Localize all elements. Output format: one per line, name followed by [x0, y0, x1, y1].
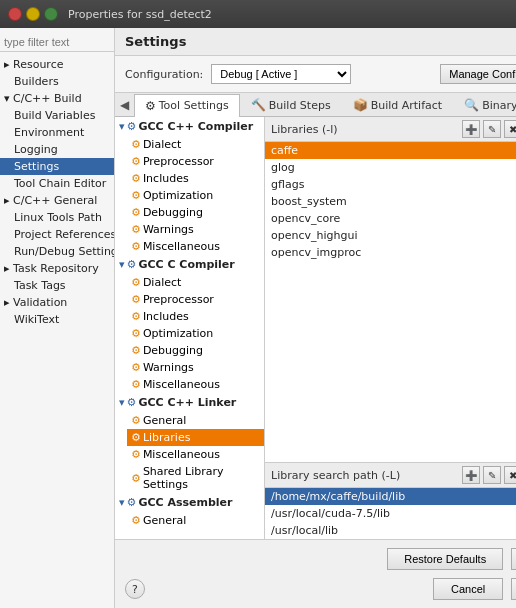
edit-path-button[interactable]: ✎ — [483, 466, 501, 484]
dialect-c-node[interactable]: ⚙ Dialect — [127, 274, 264, 291]
add-path-button[interactable]: ➕ — [462, 466, 480, 484]
binary-parsers-icon: 🔍 — [464, 98, 479, 112]
title-bar: Properties for ssd_detect2 — [0, 0, 516, 28]
path-section: Library search path (-L) ➕ ✎ ✖ ▲ ▼ ⋮ /ho… — [265, 463, 516, 539]
sidebar-item-label: ▸ Resource — [4, 58, 63, 71]
sidebar-item-build-variables[interactable]: Build Variables — [0, 107, 114, 124]
dialect-cpp-node[interactable]: ⚙ Dialect — [127, 136, 264, 153]
library-item-opencv-imgproc[interactable]: opencv_imgproc — [265, 244, 516, 261]
sidebar-item-run-debug[interactable]: Run/Debug Setting — [0, 243, 114, 260]
sidebar-item-label: Project References — [14, 228, 114, 241]
tab-tool-settings[interactable]: ⚙ Tool Settings — [134, 94, 240, 117]
cancel-button[interactable]: Cancel — [433, 578, 503, 600]
ok-button[interactable]: OK — [511, 578, 516, 600]
gcc-cpp-linker-group[interactable]: ▾ ⚙ GCC C++ Linker — [115, 393, 264, 412]
library-item-gflags[interactable]: gflags — [265, 176, 516, 193]
group-label: GCC C++ Compiler — [138, 120, 253, 133]
gcc-assembler-group[interactable]: ▾ ⚙ GCC Assembler — [115, 493, 264, 512]
node-icon: ⚙ — [131, 206, 141, 219]
sidebar-item-logging[interactable]: Logging — [0, 141, 114, 158]
library-item-boost-system[interactable]: boost_system — [265, 193, 516, 210]
gcc-cpp-compiler-children: ⚙ Dialect ⚙ Preprocessor ⚙ Includes ⚙ Op… — [115, 136, 264, 255]
manage-configurations-button[interactable]: Manage Configurations... — [440, 64, 516, 84]
preprocessor-cpp-node[interactable]: ⚙ Preprocessor — [127, 153, 264, 170]
sidebar-item-tool-chain-editor[interactable]: Tool Chain Editor — [0, 175, 114, 192]
sidebar-item-task-tags[interactable]: Task Tags — [0, 277, 114, 294]
miscellaneous-c-node[interactable]: ⚙ Miscellaneous — [127, 376, 264, 393]
sidebar-item-label: Linux Tools Path — [14, 211, 102, 224]
tab-binary-parsers[interactable]: 🔍 Binary Parsers — [453, 93, 516, 116]
gcc-c-compiler-group[interactable]: ▾ ⚙ GCC C Compiler — [115, 255, 264, 274]
general-asm-node[interactable]: ⚙ General — [127, 512, 264, 529]
miscellaneous-cpp-node[interactable]: ⚙ Miscellaneous — [127, 238, 264, 255]
debugging-cpp-node[interactable]: ⚙ Debugging — [127, 204, 264, 221]
apply-button[interactable]: Apply — [511, 548, 516, 570]
sidebar-item-linux-tools-path[interactable]: Linux Tools Path — [0, 209, 114, 226]
sidebar-item-label: ▸ C/C++ General — [4, 194, 97, 207]
edit-library-button[interactable]: ✎ — [483, 120, 501, 138]
gcc-cpp-linker-children: ⚙ General ⚙ Libraries ⚙ Miscellaneous ⚙ … — [115, 412, 264, 493]
config-row: Configuration: Debug [ Active ] Manage C… — [115, 56, 516, 93]
node-icon: ⚙ — [131, 361, 141, 374]
delete-library-button[interactable]: ✖ — [504, 120, 516, 138]
general-linker-node[interactable]: ⚙ General — [127, 412, 264, 429]
miscellaneous-linker-node[interactable]: ⚙ Miscellaneous — [127, 446, 264, 463]
add-library-button[interactable]: ➕ — [462, 120, 480, 138]
filter-bar: ✕ — [0, 32, 114, 52]
library-item-glog[interactable]: glog — [265, 159, 516, 176]
library-item-caffe[interactable]: caffe — [265, 142, 516, 159]
sidebar-item-resource[interactable]: ▸ Resource — [0, 56, 114, 73]
debugging-c-node[interactable]: ⚙ Debugging — [127, 342, 264, 359]
tab-build-steps[interactable]: 🔨 Build Steps — [240, 93, 342, 116]
sidebar-item-label: Task Tags — [14, 279, 66, 292]
includes-cpp-node[interactable]: ⚙ Includes — [127, 170, 264, 187]
gcc-c-compiler-children: ⚙ Dialect ⚙ Preprocessor ⚙ Includes ⚙ Op… — [115, 274, 264, 393]
sidebar-item-validation[interactable]: ▸ Validation — [0, 294, 114, 311]
gcc-assembler-children: ⚙ General — [115, 512, 264, 529]
shared-library-node[interactable]: ⚙ Shared Library Settings — [127, 463, 264, 493]
node-icon: ⚙ — [131, 448, 141, 461]
path-item-local-lib[interactable]: /usr/local/lib — [265, 522, 516, 539]
sidebar-item-cpp-general[interactable]: ▸ C/C++ General — [0, 192, 114, 209]
preprocessor-c-node[interactable]: ⚙ Preprocessor — [127, 291, 264, 308]
optimization-c-node[interactable]: ⚙ Optimization — [127, 325, 264, 342]
node-icon: ⚙ — [131, 327, 141, 340]
sidebar-item-label: Builders — [14, 75, 59, 88]
library-item-opencv-core[interactable]: opencv_core — [265, 210, 516, 227]
sidebar-item-label: Logging — [14, 143, 58, 156]
close-button[interactable] — [8, 7, 22, 21]
libraries-node[interactable]: ⚙ Libraries — [127, 429, 264, 446]
path-item-cuda[interactable]: /usr/local/cuda-7.5/lib — [265, 505, 516, 522]
help-button[interactable]: ? — [125, 579, 145, 599]
config-select[interactable]: Debug [ Active ] — [211, 64, 351, 84]
maximize-button[interactable] — [44, 7, 58, 21]
bottom-area: Restore Defaults Apply ? Cancel OK — [115, 539, 516, 608]
tool-tree-panel: ▾ ⚙ GCC C++ Compiler ⚙ Dialect ⚙ Preproc… — [115, 117, 265, 539]
restore-defaults-button[interactable]: Restore Defaults — [387, 548, 503, 570]
sidebar-item-label: ▸ Validation — [4, 296, 67, 309]
path-title: Library search path (-L) — [271, 469, 400, 482]
path-item-caffe-build[interactable]: /home/mx/caffe/build/lib — [265, 488, 516, 505]
tabs-row: ◀ ⚙ Tool Settings 🔨 Build Steps 📦 Build … — [115, 93, 516, 117]
warnings-cpp-node[interactable]: ⚙ Warnings — [127, 221, 264, 238]
sidebar-item-task-repository[interactable]: ▸ Task Repository — [0, 260, 114, 277]
library-item-opencv-highgui[interactable]: opencv_highgui — [265, 227, 516, 244]
sidebar-item-project-references[interactable]: Project References — [0, 226, 114, 243]
node-icon: ⚙ — [131, 223, 141, 236]
includes-c-node[interactable]: ⚙ Includes — [127, 308, 264, 325]
filter-input[interactable] — [4, 36, 115, 48]
sidebar-item-builders[interactable]: Builders — [0, 73, 114, 90]
sidebar-item-environment[interactable]: Environment — [0, 124, 114, 141]
tab-scroll-left[interactable]: ◀ — [115, 94, 134, 116]
sidebar-item-label: ▸ Task Repository — [4, 262, 99, 275]
gcc-cpp-compiler-group[interactable]: ▾ ⚙ GCC C++ Compiler — [115, 117, 264, 136]
sidebar-item-cpp-build[interactable]: ▾ C/C++ Build — [0, 90, 114, 107]
sidebar-item-settings[interactable]: Settings — [0, 158, 114, 175]
optimization-cpp-node[interactable]: ⚙ Optimization — [127, 187, 264, 204]
delete-path-button[interactable]: ✖ — [504, 466, 516, 484]
node-icon: ⚙ — [131, 155, 141, 168]
sidebar-item-wikitext[interactable]: WikiText — [0, 311, 114, 328]
warnings-c-node[interactable]: ⚙ Warnings — [127, 359, 264, 376]
tab-build-artifact[interactable]: 📦 Build Artifact — [342, 93, 454, 116]
minimize-button[interactable] — [26, 7, 40, 21]
